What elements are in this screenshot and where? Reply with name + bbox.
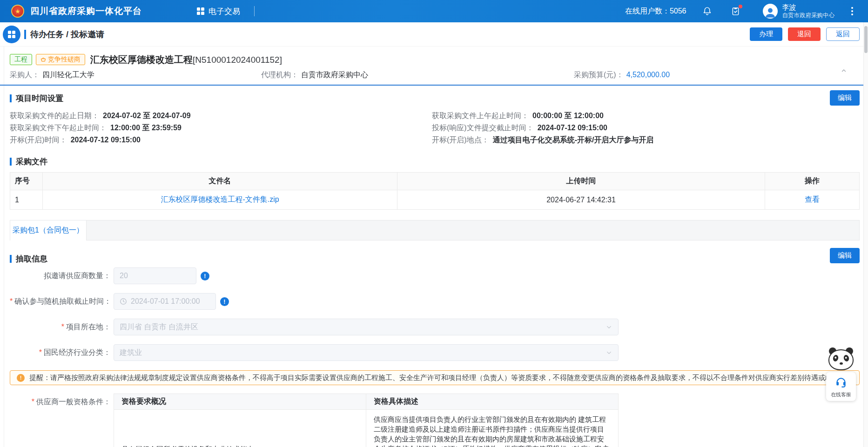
time-item: 获取采购文件上午起止时间：00:00:00 至 12:00:00: [432, 110, 860, 122]
required-asterisk: *: [39, 348, 42, 356]
location-label: *项目所在地：: [10, 322, 111, 332]
extraction-section: 抽取信息 编辑 拟邀请供应商数量： 20 ! *确认参与随机抽取截止时间：: [10, 240, 860, 447]
clock-icon: [120, 298, 127, 305]
file-uploaded-time: 2024-06-27 14:42:31: [397, 190, 765, 210]
col-header-overview: 资格要求概况: [114, 394, 366, 410]
tab-package-1[interactable]: 采购包1（合同包一）: [10, 220, 87, 240]
time-item: 开标(开启)地点：通过项目电子化交易系统-开标/开启大厅参与开启: [432, 134, 860, 146]
customer-service-widget[interactable]: 在线客服: [826, 347, 856, 401]
agency-field: 代理机构：自贡市政府采购中心: [261, 70, 368, 80]
required-asterisk: *: [10, 297, 13, 305]
time-item: 投标(响应)文件提交截止时间：2024-07-12 09:15:00: [432, 122, 860, 134]
user-avatar[interactable]: [763, 4, 778, 19]
scrollbar-track[interactable]: [863, 22, 868, 447]
panda-mascot-icon[interactable]: [828, 347, 854, 371]
info-icon[interactable]: !: [220, 297, 229, 306]
budget-field: 采购预算(元)：4,520,000.00: [574, 70, 670, 80]
time-grid: 获取采购文件的起止日期：2024-07-02 至 2024-07-09 获取采购…: [10, 110, 860, 146]
online-users-count: 在线用户数：5056: [625, 7, 686, 16]
col-header-action: 操作: [765, 173, 860, 190]
project-title: 汇东校区厚德楼改造工程[N5100012024001152]: [90, 53, 282, 66]
col-header-description: 资格具体描述: [366, 394, 619, 410]
back-button[interactable]: 返回: [826, 27, 860, 41]
table-row: 1 汇东校区厚德楼改造工程-文件集.zip 2024-06-27 14:42:3…: [10, 190, 860, 210]
form-row-industry: *国民经济行业分类： 建筑业: [10, 344, 860, 361]
qualification-table: 资格要求概况 资格具体描述 具有履行合同所必需的设备和专业技术能力 供应商应当提…: [114, 394, 619, 447]
headset-icon: [835, 376, 847, 388]
files-header: 采购文件: [10, 156, 860, 167]
extraction-header: 抽取信息: [10, 254, 860, 264]
purchaser-field: 采购人：四川轻化工大学: [10, 70, 94, 80]
breadcrumb: 待办任务 / 投标邀请: [30, 29, 104, 40]
notification-bell-icon[interactable]: [702, 6, 712, 16]
breadcrumb-accent-bar: [24, 30, 26, 39]
platform-title: 四川省政府采购一体化平台: [30, 5, 142, 17]
form-row-draw-deadline: *确认参与随机抽取截止时间： 2024-07-01 17:00:00 !: [10, 293, 860, 310]
grid-squares-icon: [8, 31, 15, 38]
info-icon[interactable]: !: [201, 272, 209, 280]
procurement-method-tag: 竞争性磋商: [36, 54, 85, 65]
col-header-uploaded: 上传时间: [397, 173, 765, 190]
extraction-form: 拟邀请供应商数量： 20 ! *确认参与随机抽取截止时间： 2024-07-01…: [10, 267, 860, 361]
todo-clipboard-icon[interactable]: [731, 6, 740, 16]
qualification-overview: 具有履行合同所必需的设备和专业技术能力: [114, 410, 366, 447]
chevron-down-icon: [606, 324, 612, 331]
return-task-button[interactable]: 退回: [788, 27, 821, 41]
supplier-count-label: 拟邀请供应商数量：: [10, 271, 111, 281]
view-file-link[interactable]: 查看: [805, 195, 820, 203]
package-tabbar: 采购包1（合同包一）: [10, 220, 860, 240]
project-type-tag: 工程: [10, 54, 32, 65]
col-header-no: 序号: [10, 173, 43, 190]
edit-time-settings-button[interactable]: 编辑: [830, 90, 860, 106]
handle-button[interactable]: 办理: [750, 27, 782, 41]
location-select[interactable]: 四川省 自贡市 自流井区: [114, 319, 619, 335]
col-header-filename: 文件名: [43, 173, 397, 190]
toolbar-actions: 办理 退回 返回: [744, 27, 860, 41]
project-header: 工程 竞争性磋商 汇东校区厚德楼改造工程[N5100012024001152] …: [10, 47, 860, 85]
user-info[interactable]: 李波 自贡市政府采购中心: [782, 3, 835, 19]
national-emblem-icon: ★: [11, 5, 24, 18]
collapse-chevron-up-icon[interactable]: [840, 68, 848, 73]
draw-deadline-label: *确认参与随机抽取截止时间：: [10, 297, 111, 307]
files-table: 序号 文件名 上传时间 操作 1 汇东校区厚德楼改造工程-文件集.zip 202…: [10, 172, 860, 210]
main-content: 工程 竞争性磋商 汇东校区厚德楼改造工程[N5100012024001152] …: [0, 47, 868, 447]
files-table-header: 序号 文件名 上传时间 操作: [10, 173, 860, 190]
time-settings-title: 项目时间设置: [16, 93, 63, 104]
nav-etrading-label: 电子交易: [209, 6, 240, 17]
qualification-label: *供应商一般资格条件：: [10, 394, 111, 447]
scrollbar-thumb[interactable]: [864, 26, 868, 53]
file-link[interactable]: 汇东校区厚德楼改造工程-文件集.zip: [161, 195, 279, 203]
time-item: 获取采购文件下午起止时间：12:00:00 至 23:59:59: [10, 122, 432, 134]
required-asterisk: *: [32, 398, 34, 406]
draw-deadline-input[interactable]: 2024-07-01 17:00:00: [114, 293, 216, 310]
online-service-label: 在线客服: [828, 391, 854, 398]
time-settings-section: 项目时间设置 编辑 获取采购文件的起止日期：2024-07-02 至 2024-…: [10, 86, 860, 150]
online-service-button[interactable]: 在线客服: [826, 372, 856, 401]
notice-banner: ! 提醒：请严格按照政府采购法律法规规章制度规定设置供应商资格条件，不得高于项目…: [10, 370, 860, 385]
user-org: 自贡市政府采购中心: [782, 12, 835, 20]
project-fields: 采购人：四川轻化工大学 代理机构：自贡市政府采购中心 采购预算(元)：4,520…: [10, 70, 860, 80]
project-title-row: 工程 竞争性磋商 汇东校区厚德楼改造工程[N5100012024001152]: [10, 53, 860, 66]
qualification-description: 供应商应当提供项目负责人的行业主管部门颁发的且在有效期内的 建筑工程二级注册建造…: [366, 410, 619, 447]
procurement-files-section: 采购文件 序号 文件名 上传时间 操作 1 汇东校区厚德楼改造工程-文件集.zi…: [10, 150, 860, 210]
edit-extraction-button[interactable]: 编辑: [830, 248, 860, 263]
topbar-divider: [254, 6, 255, 16]
nav-item-etrading[interactable]: 电子交易: [197, 6, 240, 17]
more-menu-icon[interactable]: [851, 7, 853, 15]
topbar-right: 在线用户数：5056 李波 自贡市政府采购中心: [625, 3, 853, 19]
files-title: 采购文件: [16, 156, 47, 167]
time-item: 开标(开启)时间：2024-07-12 09:15:00: [10, 134, 432, 146]
table-row: 具有履行合同所必需的设备和专业技术能力 供应商应当提供项目负责人的行业主管部门颁…: [114, 410, 619, 447]
topbar: ★ 四川省政府采购一体化平台 电子交易 在线用户数：5056 李波 自贡市政府采…: [0, 0, 868, 22]
form-row-supplier-count: 拟邀请供应商数量： 20 !: [10, 267, 860, 284]
app-launcher-icon[interactable]: [3, 26, 20, 43]
chevron-down-icon: [606, 349, 612, 356]
grid-squares-icon: [197, 7, 204, 15]
qualification-table-header: 资格要求概况 资格具体描述: [114, 394, 619, 410]
toolbar: 待办任务 / 投标邀请 办理 退回 返回: [0, 22, 868, 47]
basket-icon: [40, 57, 46, 62]
industry-select[interactable]: 建筑业: [114, 344, 619, 361]
supplier-count-input[interactable]: 20: [114, 267, 196, 284]
time-settings-header: 项目时间设置: [10, 93, 860, 104]
form-row-location: *项目所在地： 四川省 自贡市 自流井区: [10, 319, 860, 335]
